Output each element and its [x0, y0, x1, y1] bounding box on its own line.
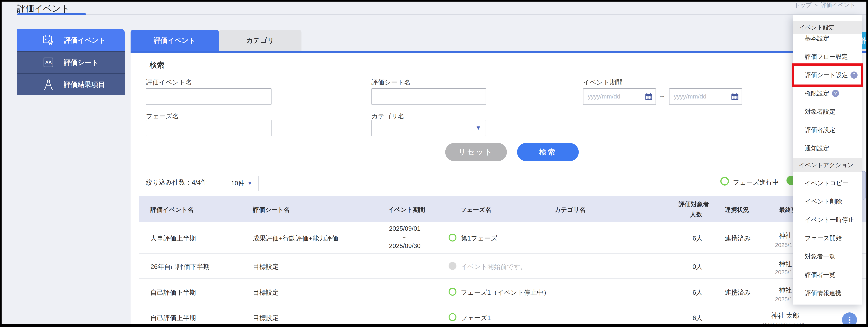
search-section-title: 検索	[150, 60, 164, 70]
menu-item-notification-settings[interactable]: 通知設定	[805, 144, 829, 153]
col-link-status: 連携状況	[725, 206, 749, 214]
col-event-name: 評価イベント名	[150, 206, 194, 214]
event-name-label: 評価イベント名	[146, 78, 192, 87]
menu-item-evaluator-settings[interactable]: 評価者設定	[805, 126, 835, 135]
period-separator: ～	[381, 233, 429, 241]
cell-sheet-name: 目標設定	[253, 314, 279, 323]
tab-evaluation-event[interactable]: 評価イベント	[130, 30, 219, 51]
compass-tools-icon	[42, 78, 55, 91]
menu-item-event-delete[interactable]: イベント削除	[805, 197, 842, 206]
tabs-accent-line	[130, 51, 866, 53]
col-subjects-line2: 人数	[690, 210, 702, 219]
cell-updater: 神社 太郎	[746, 311, 825, 320]
reset-button[interactable]: リセット	[445, 143, 507, 161]
event-actions-menu: イベント設定 基本設定 評価フロー設定 評価シート設定 ? 権限設定 ? 対象者…	[793, 16, 862, 304]
cell-subject-count: 0人	[669, 262, 703, 271]
menu-item-evaluation-info-link[interactable]: 評価情報連携	[805, 289, 841, 297]
page-title: 評価イベント	[17, 3, 70, 14]
chevron-down-icon: ▼	[248, 181, 252, 186]
cell-sheet-name: 目標設定	[253, 262, 279, 271]
sidebar-item-label: 評価イベント	[64, 36, 106, 45]
filtered-count: 絞り込み件数：4/4件	[146, 178, 207, 187]
cell-phase: フェーズ1	[461, 314, 491, 323]
search-divider	[146, 72, 861, 72]
sidebar-item-evaluation-event[interactable]: 評価イベント	[17, 29, 125, 51]
cell-event-name: 人事評価上半期	[150, 234, 196, 243]
col-subjects-line1: 評価対象者	[679, 200, 709, 208]
menu-item-subject-settings[interactable]: 対象者設定	[805, 107, 835, 116]
menu-item-label: イベント削除	[805, 198, 842, 206]
menu-item-evaluation-flow-settings[interactable]: 評価フロー設定	[805, 52, 848, 61]
menu-item-evaluator-list[interactable]: 評価者一覧	[805, 270, 835, 279]
table-row[interactable]: 26年自己評価下半期 目標設定 イベント開始前です。 0人 神社 2025/12	[139, 254, 866, 279]
event-name-field-wrap	[146, 88, 272, 105]
table-row[interactable]: 自己評価下半期 目標設定 フェーズ1（イベント停止中） 6人 連携済み 神社 2…	[139, 279, 866, 305]
chevron-down-icon: ▼	[475, 124, 481, 131]
period-start-wrap	[583, 88, 656, 105]
col-phase: フェーズ名	[460, 206, 491, 214]
event-name-input[interactable]	[146, 88, 272, 105]
menu-item-permission-settings[interactable]: 権限設定 ?	[805, 89, 839, 98]
menu-section-event-settings: イベント設定	[793, 21, 862, 34]
category-select[interactable]: ▼	[371, 120, 486, 136]
cell-subject-count: 6人	[669, 314, 703, 323]
sheet-name-input[interactable]	[371, 88, 486, 105]
menu-item-label: 対象者一覧	[805, 252, 835, 261]
cell-updated-time: 2025/09/18 15:45	[746, 322, 825, 324]
page-size-value: 10件	[231, 179, 245, 188]
menu-item-label: 通知設定	[805, 144, 829, 152]
menu-item-label: 基本設定	[805, 34, 829, 42]
cell-phase: 第1フェーズ	[461, 234, 497, 243]
menu-item-event-copy[interactable]: イベントコピー	[805, 179, 848, 187]
sidebar-item-evaluation-sheet[interactable]: AA 評価シート	[17, 51, 125, 73]
kebab-icon: ⋮	[845, 315, 854, 324]
calendar-icon[interactable]	[645, 92, 653, 101]
cell-sheet-name: 目標設定	[253, 288, 279, 297]
phase-name-field-wrap	[146, 120, 272, 136]
menu-item-basic-settings[interactable]: 基本設定	[805, 34, 829, 43]
table-row[interactable]: 自己評価上半期 目標設定 フェーズ1 6人 神社 太郎 2025/09/18 1…	[139, 305, 866, 324]
menu-item-label: イベントコピー	[805, 179, 848, 187]
cell-event-name: 自己評価上半期	[150, 314, 196, 323]
header-divider	[17, 14, 866, 15]
calendar-icon[interactable]	[731, 92, 739, 101]
svg-text:AA: AA	[45, 60, 52, 65]
page-size-select[interactable]: 10件 ▼	[225, 176, 258, 191]
calendar-award-icon	[42, 34, 55, 47]
table-row[interactable]: 人事評価上半期 成果評価+行動評価+能力評価 2025/09/01 ～ 2025…	[139, 222, 866, 254]
event-period-label: イベント期間	[583, 78, 623, 87]
phase-status-icon	[448, 313, 457, 321]
cell-phase: イベント開始前です。	[461, 262, 527, 271]
col-sheet-name: 評価シート名	[253, 206, 290, 214]
menu-item-label: 評価情報連携	[805, 289, 841, 297]
help-badge-icon[interactable]: ?	[832, 90, 839, 97]
phase-status-icon	[448, 288, 457, 296]
sidebar-item-evaluation-result-items[interactable]: 評価結果項目	[17, 73, 125, 95]
highlight-annotation-box	[792, 63, 863, 87]
menu-item-label: 評価者一覧	[805, 271, 835, 279]
menu-item-label: 評価者設定	[805, 126, 835, 134]
phase-status-icon	[448, 234, 457, 241]
legend-phase-label: フェーズ進行中	[733, 178, 779, 187]
cell-phase: フェーズ1（イベント停止中）	[461, 288, 550, 297]
col-period: イベント期間	[388, 206, 425, 214]
sheet-name-field-wrap	[371, 88, 486, 105]
menu-item-event-pause[interactable]: イベント一時停止	[805, 215, 854, 224]
breadcrumb[interactable]: トップ ＞ 評価イベント	[794, 2, 856, 9]
menu-item-phase-start[interactable]: フェーズ開始	[805, 234, 842, 242]
col-category: カテゴリ名	[555, 206, 586, 214]
sheet-aa-icon: AA	[42, 56, 55, 69]
sidebar-item-label: 評価結果項目	[64, 80, 105, 89]
section-divider	[140, 167, 861, 167]
app-window: 評価イベント トップ ＞ 評価イベント 評価イベント AA 評価シート	[2, 2, 866, 324]
phase-name-input[interactable]	[146, 120, 272, 136]
cell-subject-count: 6人	[669, 234, 703, 243]
tab-category[interactable]: カテゴリ	[219, 30, 302, 51]
period-end: 2025/09/30	[381, 241, 429, 250]
cell-subject-count: 6人	[669, 288, 703, 297]
menu-item-subject-list[interactable]: 対象者一覧	[805, 252, 835, 261]
cell-event-name: 自己評価下半期	[150, 288, 196, 297]
menu-pointer	[839, 304, 855, 313]
date-range-separator: ～	[658, 91, 666, 101]
search-button[interactable]: 検索	[517, 143, 579, 161]
